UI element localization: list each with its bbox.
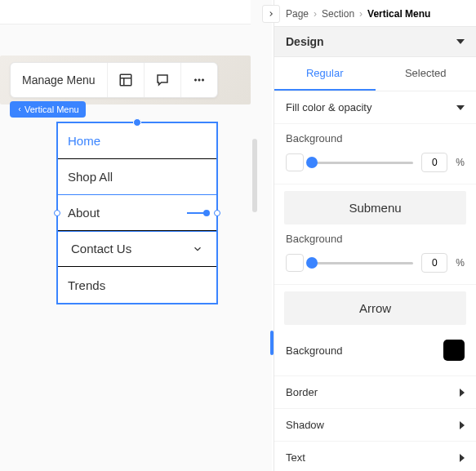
chevron-right-icon — [267, 10, 275, 18]
opacity-slider[interactable] — [312, 162, 413, 164]
chevron-right-icon: › — [314, 8, 317, 20]
row-handle-left[interactable] — [54, 210, 60, 216]
opacity-input[interactable] — [421, 253, 447, 273]
chevron-left-icon — [16, 106, 23, 113]
badge-label: Vertical Menu — [24, 104, 79, 114]
opacity-input[interactable] — [421, 153, 447, 172]
menu-item-about[interactable]: About — [58, 195, 216, 231]
fill-opacity-row[interactable]: Fill color & opacity — [274, 91, 476, 124]
floating-toolbar: Manage Menu — [10, 62, 218, 98]
color-swatch[interactable] — [286, 254, 304, 272]
caret-down-icon — [456, 105, 465, 110]
comment-button[interactable] — [145, 63, 180, 97]
vertical-menu-component[interactable]: Home Shop All About Contact Us Trends — [57, 122, 217, 304]
more-button[interactable] — [181, 63, 217, 97]
menu-item-label: About — [68, 206, 100, 220]
arrow-section-title: Arrow — [284, 291, 466, 325]
state-tabs: Regular Selected — [274, 57, 476, 91]
border-row[interactable]: Border — [274, 376, 476, 409]
panel-resize-handle[interactable] — [270, 331, 274, 355]
selection-badge[interactable]: Vertical Menu — [10, 101, 86, 118]
tab-selected[interactable]: Selected — [376, 57, 477, 91]
prop-label: Background — [286, 344, 342, 357]
caret-right-icon — [460, 421, 465, 429]
panel-collapse-button[interactable] — [262, 5, 280, 23]
canvas-area: Manage Menu Vertical Menu Home Shop All … — [0, 0, 272, 471]
svg-rect-0 — [120, 74, 131, 86]
submenu-section-title: Submenu — [284, 191, 466, 224]
svg-point-3 — [194, 79, 196, 81]
caret-right-icon — [460, 454, 465, 462]
breadcrumb: Page › Section › Vertical Menu — [274, 0, 476, 26]
shadow-row[interactable]: Shadow — [274, 409, 476, 442]
menu-item-label: Contact Us — [71, 242, 131, 255]
menu-item-shop-all[interactable]: Shop All — [58, 159, 216, 195]
background-label: Background — [286, 233, 465, 245]
row-indicator — [187, 212, 207, 214]
menu-item-home[interactable]: Home — [58, 123, 216, 159]
caret-right-icon — [460, 389, 465, 397]
menu-item-trends[interactable]: Trends — [58, 267, 216, 303]
design-section-header[interactable]: Design — [274, 26, 476, 57]
background-label: Background — [286, 132, 465, 144]
prop-label: Shadow — [286, 419, 324, 431]
breadcrumb-current: Vertical Menu — [367, 8, 430, 20]
color-swatch[interactable] — [286, 153, 304, 171]
svg-point-5 — [202, 79, 203, 81]
menu-item-label: Trends — [68, 278, 105, 292]
prop-label: Text — [286, 451, 305, 464]
menu-item-label: Home — [68, 134, 100, 148]
chevron-down-icon — [192, 243, 203, 255]
section-title: Design — [286, 35, 324, 48]
inspector-panel: Page › Section › Vertical Menu Design Re… — [274, 0, 476, 471]
more-horizontal-icon — [192, 73, 207, 87]
background-block: Background % — [274, 124, 476, 184]
menu-subitem-contact-us[interactable]: Contact Us — [58, 231, 216, 267]
chevron-right-icon: › — [359, 8, 363, 20]
prop-label: Fill color & opacity — [286, 101, 371, 113]
slider-thumb[interactable] — [306, 257, 318, 269]
breadcrumb-page[interactable]: Page — [286, 8, 309, 20]
layout-button[interactable] — [108, 63, 144, 97]
percent-label: % — [456, 157, 465, 168]
svg-point-4 — [198, 79, 199, 81]
breadcrumb-section[interactable]: Section — [322, 8, 354, 20]
tab-regular[interactable]: Regular — [274, 57, 376, 91]
caret-down-icon — [456, 39, 465, 44]
manage-menu-button[interactable]: Manage Menu — [11, 63, 107, 97]
slider-thumb[interactable] — [306, 157, 318, 168]
submenu-background-block: Background % — [274, 224, 476, 285]
menu-item-label: Shop All — [68, 170, 113, 184]
canvas-top-bar — [0, 0, 251, 24]
opacity-slider[interactable] — [312, 262, 413, 264]
row-handle-right[interactable] — [214, 210, 220, 216]
comment-icon — [155, 73, 170, 87]
percent-label: % — [456, 257, 465, 269]
canvas-scrollbar[interactable] — [252, 139, 257, 212]
layout-icon — [118, 73, 133, 87]
text-row[interactable]: Text — [274, 442, 476, 471]
arrow-background-row[interactable]: Background — [274, 325, 476, 376]
color-swatch-black[interactable] — [443, 340, 465, 361]
prop-label: Border — [286, 386, 318, 398]
